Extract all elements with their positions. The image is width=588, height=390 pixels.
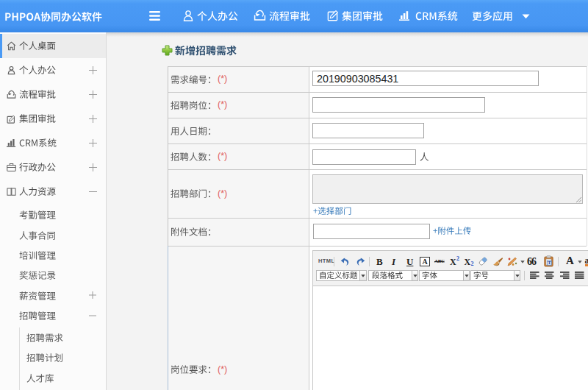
svg-text:T: T	[548, 260, 551, 265]
